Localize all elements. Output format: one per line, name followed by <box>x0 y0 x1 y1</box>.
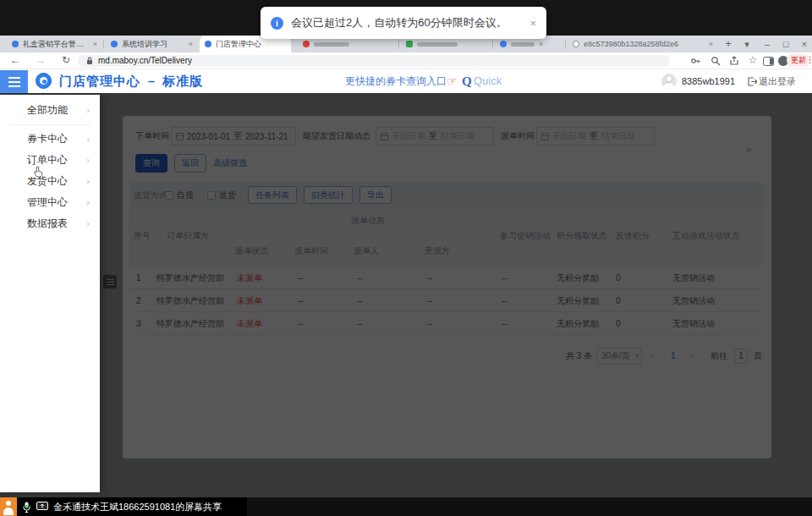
address-bar[interactable]: md.maboy.cn/TelDelivery <box>78 55 670 67</box>
sidebar-item-label: 券卡中心 <box>27 133 68 145</box>
site-favicon <box>205 41 211 47</box>
sidebar-item-label: 全部功能 <box>27 104 68 116</box>
share-icon[interactable] <box>729 56 739 66</box>
tab-title: 系统培训学习 <box>122 39 184 50</box>
tab-title-obscured <box>314 42 349 47</box>
window-close-button[interactable]: × <box>797 36 812 52</box>
sidebar-item-label: 订单中心 <box>27 154 68 166</box>
site-favicon <box>111 41 118 47</box>
browser-toolbar: ← → ↻ md.maboy.cn/TelDelivery ☆ 更新 ⋮ <box>0 52 812 69</box>
toast-close-icon[interactable]: × <box>529 17 536 30</box>
app-header: 门店管理中心 － 标准版 更快捷的券卡查询入口 ☞ Q Quick 8385wb… <box>0 69 812 93</box>
logout-button[interactable]: 退出登录 <box>759 69 796 93</box>
tab-gift-platform[interactable]: 礼盒营销平台管理中心 × <box>7 36 102 52</box>
sidebar-divider <box>8 124 91 125</box>
reload-icon[interactable]: ↻ <box>59 52 73 69</box>
sidebar-item-label: 管理中心 <box>27 196 68 208</box>
chevron-right-icon: › <box>86 100 90 121</box>
hamburger-menu-button[interactable] <box>0 70 28 93</box>
tab-divider <box>565 40 566 48</box>
site-favicon <box>12 41 19 47</box>
hand-cursor-icon <box>34 166 45 178</box>
sidebar-menu: 全部功能 › 券卡中心 › 订单中心 › 发货中心 › 管理中心 › 数据报表 … <box>0 95 100 492</box>
screen-share-text: 金禾通技术王斌18662591081的屏幕共享 <box>53 501 222 513</box>
microphone-icon <box>23 502 30 513</box>
pointing-hand-icon: ☞ <box>447 69 458 93</box>
page-content: 下单时间 2023-01-01 至 2023-11-21 期望发货日期动态 开始… <box>0 93 812 497</box>
tab-title-obscured <box>511 42 535 47</box>
sidebar-item-all-functions[interactable]: 全部功能 › <box>0 100 100 121</box>
forward-icon[interactable]: → <box>34 52 47 69</box>
tab-close-icon[interactable]: × <box>93 40 97 48</box>
site-favicon <box>406 41 413 47</box>
chevron-right-icon: › <box>86 129 90 150</box>
tab-training[interactable]: 系统培训学习 × <box>106 36 198 52</box>
lock-icon <box>86 57 93 65</box>
sidebar-item-data-reports[interactable]: 数据报表 › <box>0 213 100 234</box>
back-icon[interactable]: ← <box>8 52 22 69</box>
meeting-toast: i 会议已超过2人，自动转为60分钟限时会议。 × <box>261 7 546 39</box>
app-title: 门店管理中心 － 标准版 <box>59 69 203 93</box>
sidebar-item-management-center[interactable]: 管理中心 › <box>0 192 100 213</box>
toast-message: 会议已超过2人，自动转为60分钟限时会议。 <box>291 15 508 30</box>
site-favicon <box>303 41 310 47</box>
url-text: md.maboy.cn/TelDelivery <box>98 55 192 67</box>
password-key-icon[interactable] <box>690 56 700 66</box>
sidebar-item-coupon-center[interactable]: 券卡中心 › <box>0 129 100 150</box>
quick-q-icon[interactable]: Q <box>462 69 472 93</box>
tab-close-icon[interactable]: × <box>189 40 193 48</box>
logout-icon[interactable] <box>748 77 757 86</box>
sidebar-item-order-center[interactable]: 订单中心 › <box>0 150 100 171</box>
side-panel-icon[interactable] <box>763 57 774 66</box>
site-favicon <box>500 41 507 47</box>
tab-title: 门店管理中心 <box>216 39 286 50</box>
sidebar-item-label: 数据报表 <box>27 217 68 229</box>
tab-search-caret-icon[interactable]: ▾ <box>739 36 754 52</box>
app-logo <box>36 73 52 89</box>
chevron-right-icon: › <box>86 150 90 171</box>
tab-hash[interactable]: e8c573980b1328a258fd2e6 × <box>568 36 718 52</box>
tab-title-obscured <box>417 42 458 47</box>
username-text: 8385wb1991 <box>682 69 735 93</box>
screen-share-pill: 金禾通技术王斌18662591081的屏幕共享 <box>0 497 247 516</box>
screen-share-icon <box>36 502 48 512</box>
tab-divider <box>398 40 399 48</box>
screen-share-bar: 金禾通技术王斌18662591081的屏幕共享 <box>0 497 812 516</box>
quick-label[interactable]: Quick <box>474 69 502 93</box>
info-icon: i <box>271 17 283 30</box>
window-maximize-button[interactable]: □ <box>778 36 793 52</box>
menu-overlay <box>0 93 812 497</box>
chevron-right-icon: › <box>86 213 90 234</box>
coupon-query-link[interactable]: 更快捷的券卡查询入口 <box>345 69 447 93</box>
sharer-avatar-icon <box>0 497 17 516</box>
new-tab-button[interactable]: + <box>721 36 736 52</box>
tab-close-icon[interactable]: × <box>539 40 543 48</box>
kebab-menu-icon[interactable]: ⋮ <box>806 55 812 64</box>
sidebar-item-shipping-center[interactable]: 发货中心 › <box>0 171 100 192</box>
tab-divider <box>103 40 104 48</box>
zoom-icon[interactable] <box>710 56 721 66</box>
tab-title: 礼盒营销平台管理中心 <box>23 39 89 50</box>
tab-close-icon[interactable]: × <box>709 40 713 48</box>
globe-favicon <box>573 41 579 47</box>
tab-divider <box>492 40 493 48</box>
user-avatar[interactable] <box>661 74 677 89</box>
bookmark-star-icon[interactable]: ☆ <box>746 52 760 69</box>
window-minimize-button[interactable]: – <box>760 36 775 52</box>
chevron-right-icon: › <box>86 171 90 192</box>
update-label: 更新 <box>791 56 806 64</box>
chevron-right-icon: › <box>86 192 90 213</box>
tab-title: e8c573980b1328a258fd2e6 <box>584 40 705 48</box>
